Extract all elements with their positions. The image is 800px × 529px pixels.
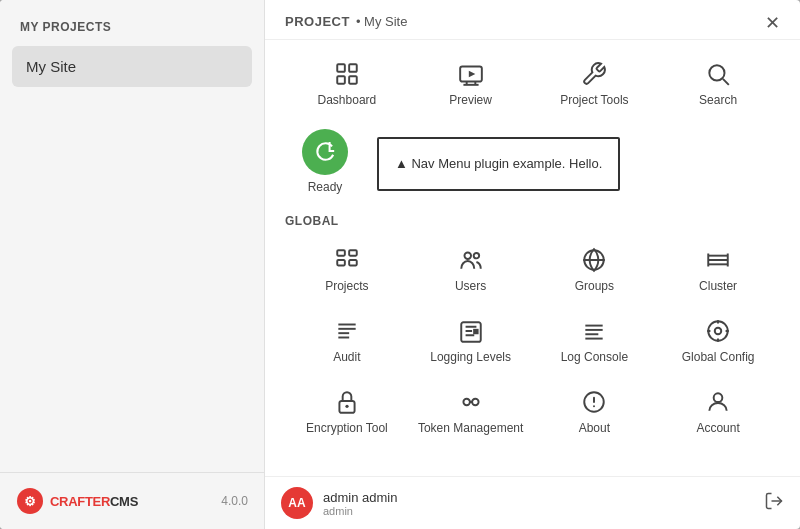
svg-rect-31 xyxy=(473,329,478,334)
svg-point-43 xyxy=(345,405,348,408)
global-users-label: Users xyxy=(455,279,486,293)
sidebar-item-mysite[interactable]: My Site xyxy=(12,46,252,87)
global-logconsole-icon xyxy=(580,317,608,345)
user-name: admin admin xyxy=(323,490,397,505)
crafter-logo-icon: ⚙ xyxy=(16,487,44,515)
dashboard-icon xyxy=(333,60,361,88)
sidebar-header: MY PROJECTS xyxy=(0,0,264,46)
global-audit-icon xyxy=(333,317,361,345)
global-audit-item[interactable]: Audit xyxy=(285,307,409,374)
main-header: PROJECT • My Site ✕ xyxy=(265,0,800,40)
global-encryption-icon xyxy=(333,388,361,416)
global-account-label: Account xyxy=(696,421,739,435)
svg-point-17 xyxy=(464,252,471,258)
user-role: admin xyxy=(323,505,397,517)
global-groups-icon xyxy=(580,246,608,274)
main-content: Dashboard Prev xyxy=(265,40,800,469)
main-footer: AA admin admin admin xyxy=(265,476,800,529)
nav-menu-text: ▲ Nav Menu plugin example. Hello. xyxy=(395,156,602,171)
global-groups-label: Groups xyxy=(575,279,614,293)
svg-rect-3 xyxy=(349,64,357,72)
main-modal: MY PROJECTS My Site ⚙ CRAFTERCMS 4.0.0 xyxy=(0,0,800,529)
ready-icon xyxy=(302,129,348,175)
global-audit-label: Audit xyxy=(333,350,360,364)
global-users-item[interactable]: Users xyxy=(409,236,533,303)
svg-rect-16 xyxy=(349,260,357,265)
main-panel: PROJECT • My Site ✕ xyxy=(265,0,800,529)
global-encryption-label: Encryption Tool xyxy=(306,421,388,435)
global-logging-label: Logging Levels xyxy=(430,350,511,364)
global-about-item[interactable]: About xyxy=(533,378,657,445)
svg-rect-14 xyxy=(349,250,357,255)
ready-item[interactable]: Ready xyxy=(285,123,365,200)
svg-rect-4 xyxy=(337,76,345,84)
global-token-icon xyxy=(457,388,485,416)
global-token-label: Token Management xyxy=(418,421,523,435)
project-icon-grid: Dashboard Prev xyxy=(285,50,780,117)
global-encryption-item[interactable]: Encryption Tool xyxy=(285,378,409,445)
svg-rect-15 xyxy=(337,260,345,265)
svg-marker-10 xyxy=(468,71,475,78)
nav-menu-box: ▲ Nav Menu plugin example. Hello. xyxy=(377,137,620,191)
global-about-label: About xyxy=(579,421,610,435)
sidebar-footer: ⚙ CRAFTERCMS 4.0.0 xyxy=(0,472,264,529)
ready-label: Ready xyxy=(308,180,343,194)
global-about-icon xyxy=(580,388,608,416)
user-info: admin admin admin xyxy=(323,490,397,517)
global-token-item[interactable]: Token Management xyxy=(409,378,533,445)
logout-button[interactable] xyxy=(764,491,784,516)
global-projects-item[interactable]: Projects xyxy=(285,236,409,303)
preview-icon xyxy=(457,60,485,88)
avatar: AA xyxy=(281,487,313,519)
crafter-logo: ⚙ CRAFTERCMS xyxy=(16,487,138,515)
svg-rect-13 xyxy=(337,250,345,255)
global-cluster-label: Cluster xyxy=(699,279,737,293)
dashboard-item[interactable]: Dashboard xyxy=(285,50,409,117)
svg-text:⚙: ⚙ xyxy=(24,494,36,509)
svg-line-12 xyxy=(723,79,729,85)
svg-rect-5 xyxy=(349,76,357,84)
ready-row: Ready ▲ Nav Menu plugin example. Hello. xyxy=(285,123,780,200)
svg-point-36 xyxy=(708,321,728,341)
global-account-icon xyxy=(704,388,732,416)
project-name: • My Site xyxy=(356,14,408,29)
search-label: Search xyxy=(699,93,737,107)
svg-point-48 xyxy=(714,393,723,402)
global-logconsole-item[interactable]: Log Console xyxy=(533,307,657,374)
global-cluster-item[interactable]: Cluster xyxy=(656,236,780,303)
project-tools-label: Project Tools xyxy=(560,93,628,107)
global-section-label: GLOBAL xyxy=(285,214,780,228)
search-item[interactable]: Search xyxy=(656,50,780,117)
global-users-icon xyxy=(457,246,485,274)
version-text: 4.0.0 xyxy=(221,494,248,508)
global-projects-label: Projects xyxy=(325,279,368,293)
project-tools-item[interactable]: Project Tools xyxy=(533,50,657,117)
dashboard-label: Dashboard xyxy=(318,93,377,107)
project-label: PROJECT xyxy=(285,14,350,29)
global-groups-item[interactable]: Groups xyxy=(533,236,657,303)
sidebar: MY PROJECTS My Site ⚙ CRAFTERCMS 4.0.0 xyxy=(0,0,265,529)
close-button[interactable]: ✕ xyxy=(759,12,786,34)
global-logconsole-label: Log Console xyxy=(561,350,628,364)
svg-point-11 xyxy=(709,65,724,80)
project-tools-icon xyxy=(580,60,608,88)
global-account-item[interactable]: Account xyxy=(656,378,780,445)
global-config-icon xyxy=(704,317,732,345)
global-logging-icon xyxy=(457,317,485,345)
sidebar-item-label: My Site xyxy=(26,58,76,75)
global-config-label: Global Config xyxy=(682,350,755,364)
search-icon xyxy=(704,60,732,88)
svg-point-37 xyxy=(715,328,722,335)
preview-item[interactable]: Preview xyxy=(409,50,533,117)
svg-point-45 xyxy=(472,399,479,406)
global-icon-grid: Projects Users xyxy=(285,236,780,445)
svg-point-18 xyxy=(473,253,478,258)
preview-label: Preview xyxy=(449,93,492,107)
global-cluster-icon xyxy=(704,246,732,274)
crafter-logo-text: CRAFTERCMS xyxy=(50,494,138,509)
svg-rect-2 xyxy=(337,64,345,72)
global-projects-icon xyxy=(333,246,361,274)
global-config-item[interactable]: Global Config xyxy=(656,307,780,374)
svg-point-44 xyxy=(463,399,470,406)
global-logging-item[interactable]: Logging Levels xyxy=(409,307,533,374)
